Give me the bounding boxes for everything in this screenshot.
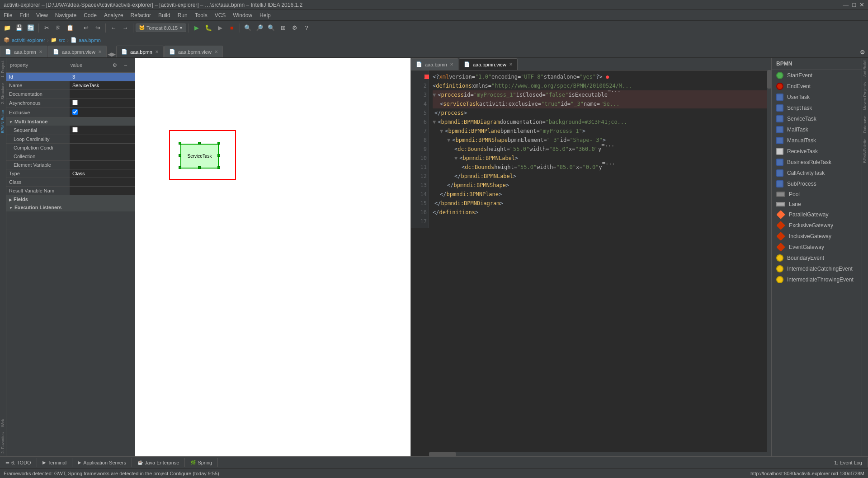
prop-value-name[interactable]: ServiceTask: [70, 81, 135, 90]
breadcrumb-project[interactable]: activiti-explorer: [12, 37, 45, 43]
section-multi-instance[interactable]: Multi Instance: [6, 117, 135, 126]
tab-aaa-bpmn-2[interactable]: 📄 aaa.bpmn ✕: [116, 46, 164, 57]
prop-row-collection[interactable]: Collection: [6, 152, 135, 161]
handle-tc[interactable]: [198, 142, 201, 145]
toolbar-grid[interactable]: ⊞: [278, 23, 288, 33]
palette-item-end-event[interactable]: EndEvent: [772, 81, 862, 92]
menu-item-edit[interactable]: Edit: [16, 11, 33, 19]
close-tab-2[interactable]: ✕: [98, 49, 102, 54]
code-scrollbar-v[interactable]: [767, 70, 771, 456]
breadcrumb-src[interactable]: src: [59, 37, 66, 43]
handle-bl[interactable]: [179, 166, 181, 169]
section-execution-listeners[interactable]: Execution Listeners: [6, 203, 135, 211]
tab-aaa-bpmn-view-1[interactable]: 📄 aaa.bpmn.view ✕: [48, 46, 107, 57]
prop-row-type[interactable]: Type Class: [6, 169, 135, 178]
bottom-tab-java-enterprise[interactable]: ☕ Java Enterprise: [132, 458, 185, 467]
prop-value-asynchronous[interactable]: [70, 98, 135, 108]
bottom-tab-todo[interactable]: ☰ 6: TODO: [0, 458, 37, 467]
prop-value-documentation[interactable]: [70, 90, 135, 98]
prop-value-exclusive[interactable]: [70, 108, 135, 117]
settings-gear[interactable]: ⚙: [857, 47, 868, 57]
toolbar-save[interactable]: 💾: [14, 23, 24, 33]
checkbox-exclusive[interactable]: [72, 109, 78, 115]
close-tab-1[interactable]: ✕: [39, 49, 42, 54]
handle-ml[interactable]: [179, 154, 181, 157]
palette-item-intermediate-catching[interactable]: IntermediateCatchingEvent: [772, 263, 862, 274]
prop-value-collection[interactable]: [70, 152, 135, 161]
menu-item-build[interactable]: Build: [155, 11, 174, 19]
close-button[interactable]: ✕: [859, 1, 864, 8]
palette-item-exclusive-gateway[interactable]: ExclusiveGateway: [772, 220, 862, 231]
menu-item-help[interactable]: Help: [256, 11, 274, 19]
palette-item-mail-task[interactable]: MailTask: [772, 124, 862, 135]
palette-item-start-event[interactable]: StartEvent: [772, 70, 862, 81]
props-collapse[interactable]: –: [120, 60, 131, 70]
breadcrumb-file[interactable]: aaa.bpmn: [79, 37, 101, 43]
prop-row-element-variable[interactable]: Element Variable: [6, 161, 135, 169]
toolbar-run2[interactable]: ▶: [215, 23, 226, 33]
diagram-area[interactable]: ServiceTask: [135, 58, 411, 456]
prop-row-loop-cardinality[interactable]: Loop Cardinality: [6, 135, 135, 144]
close-code-tab-2[interactable]: ✕: [509, 62, 513, 67]
checkbox-asynchronous[interactable]: [72, 100, 78, 105]
toolbar-paste[interactable]: 📋: [65, 23, 75, 33]
sidebar-label-bpmn-editor[interactable]: BPMN Editor: [0, 107, 6, 136]
toolbar-back[interactable]: ←: [108, 23, 119, 33]
prop-value-element-variable[interactable]: [70, 161, 135, 169]
palette-item-boundary-event[interactable]: BoundaryEvent: [772, 253, 862, 263]
toolbar-cut[interactable]: ✂: [41, 23, 52, 33]
menu-item-file[interactable]: File: [0, 11, 16, 19]
prop-row-exclusive[interactable]: Exclusive: [6, 108, 135, 117]
prop-value-type[interactable]: Class: [70, 169, 135, 178]
prop-row-id[interactable]: Id 3: [6, 73, 135, 81]
toolbar-forward[interactable]: →: [120, 23, 131, 33]
palette-item-script-task[interactable]: ScriptTask: [772, 103, 862, 113]
sidebar-label-structure[interactable]: 2: Structure: [0, 80, 6, 107]
prop-row-asynchronous[interactable]: Asynchronous: [6, 98, 135, 108]
palette-item-intermediate-throwing[interactable]: IntermediateThrowingEvent: [772, 274, 862, 285]
palette-item-parallel-gateway[interactable]: ParallelGateway: [772, 209, 862, 220]
close-tab-3[interactable]: ✕: [155, 49, 159, 54]
palette-item-user-task[interactable]: UserTask: [772, 92, 862, 103]
code-tab-bpmn-view[interactable]: 📄 aaa.bpmn.view ✕: [459, 58, 518, 70]
close-code-tab-1[interactable]: ✕: [450, 62, 453, 67]
props-gear[interactable]: ⚙: [109, 60, 120, 70]
bottom-tab-terminal[interactable]: ▶ Terminal: [37, 458, 73, 467]
prop-value-id[interactable]: 3: [70, 73, 135, 81]
menu-item-tools[interactable]: Tools: [191, 11, 211, 19]
tomcat-selector[interactable]: 🐱 Tomcat 8.0.15 ▼: [136, 23, 186, 32]
toolbar-copy[interactable]: ⎘: [53, 23, 64, 33]
toolbar-help[interactable]: ?: [301, 23, 312, 33]
toolbar-stop[interactable]: ■: [226, 23, 237, 33]
checkbox-sequential[interactable]: [72, 127, 78, 132]
bpmn-canvas[interactable]: ServiceTask: [135, 58, 410, 456]
prop-row-class[interactable]: Class: [6, 178, 135, 187]
sidebar-label-project[interactable]: 1: Project: [0, 58, 6, 80]
handle-tl[interactable]: [179, 142, 181, 145]
palette-item-receive-task[interactable]: ReceiveTask: [772, 146, 862, 157]
code-tab-bpmn[interactable]: 📄 aaa.bpmn ✕: [411, 58, 458, 70]
minimize-button[interactable]: —: [843, 1, 849, 8]
menu-item-refactor[interactable]: Refactor: [127, 11, 155, 19]
menu-item-vcs[interactable]: VCS: [211, 11, 230, 19]
handle-bc[interactable]: [198, 166, 201, 169]
prop-row-name[interactable]: Name ServiceTask: [6, 81, 135, 90]
bottom-tab-spring[interactable]: 🌿 Spring: [185, 458, 218, 467]
code-scrollbar-h[interactable]: [429, 452, 767, 456]
palette-item-event-gateway[interactable]: EventGateway: [772, 242, 862, 253]
toolbar-settings[interactable]: ⚙: [289, 23, 300, 33]
prop-row-completion-cond[interactable]: Completion Condi: [6, 144, 135, 152]
menu-item-analyze[interactable]: Analyze: [100, 11, 127, 19]
section-fields[interactable]: Fields: [6, 195, 135, 203]
prop-value-result-variable[interactable]: [70, 187, 135, 195]
toolbar-undo[interactable]: ↩: [80, 23, 91, 33]
menu-item-view[interactable]: View: [33, 11, 52, 19]
tab-aaa-bpmn-1[interactable]: 📄 aaa.bpmn ✕: [0, 46, 47, 57]
palette-item-pool[interactable]: Pool: [772, 189, 862, 199]
sidebar-label-web[interactable]: Web: [0, 416, 6, 430]
scrollbar-thumb-h[interactable]: [429, 452, 456, 456]
prop-value-class[interactable]: [70, 178, 135, 187]
toolbar-open[interactable]: 📁: [2, 23, 13, 33]
prop-row-sequential[interactable]: Sequential: [6, 126, 135, 135]
menu-item-code[interactable]: Code: [80, 11, 100, 19]
